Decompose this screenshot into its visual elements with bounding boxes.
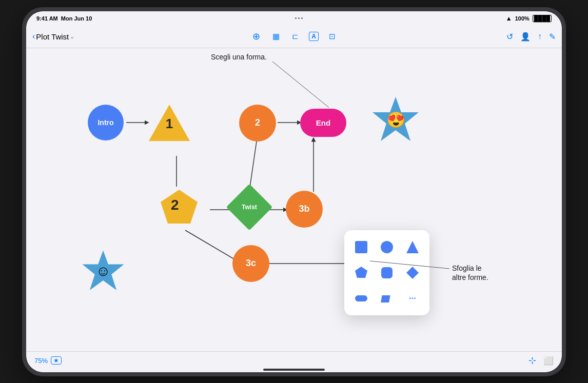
status-dots-center <box>295 17 303 19</box>
twist-label: Twist <box>242 204 257 211</box>
text-icon[interactable]: A <box>309 32 319 41</box>
stadium-shape <box>354 291 368 306</box>
ipad-frame: 9:41 AM Mon Jun 10 ▲ 100% ████ ‹ Plot Tw… <box>22 7 566 376</box>
arrange-icon[interactable]: ⊹ <box>528 355 536 366</box>
history-icon[interactable]: ↺ <box>506 32 513 42</box>
pentagon-shape <box>354 266 368 280</box>
zoom-area: 75% ★ <box>34 356 62 365</box>
view-icon[interactable]: ⬜ <box>543 356 554 366</box>
picker-diamond[interactable] <box>402 262 423 284</box>
more-icon: ··· <box>409 294 416 303</box>
zoom-level: 75% <box>34 357 48 365</box>
svg-marker-19 <box>406 267 419 279</box>
node-1-label: 1 <box>166 116 173 132</box>
picker-triangle[interactable] <box>402 236 423 258</box>
svg-marker-11 <box>161 190 198 224</box>
picker-stadium[interactable] <box>350 288 372 309</box>
star-2-emoji: ☺️ <box>96 263 111 279</box>
share-icon[interactable]: ↑ <box>538 32 542 41</box>
bottom-annotation: Sfoglia le altre forme. <box>452 264 488 274</box>
title-chevron-icon: ⌄ <box>70 33 74 40</box>
document-title[interactable]: Plot Twist ⌄ <box>36 32 74 41</box>
pentagon-svg <box>159 188 200 229</box>
bottom-right: ⊹ ⬜ <box>528 355 554 366</box>
svg-point-15 <box>381 241 393 253</box>
canvas-area[interactable]: Intro 1 2 2 Twist <box>26 48 562 351</box>
parallelogram-shape <box>380 291 394 306</box>
status-right: ▲ 100% ████ <box>506 15 552 22</box>
picker-pentagon[interactable] <box>350 262 372 284</box>
status-bar: 9:41 AM Mon Jun 10 ▲ 100% ████ <box>26 11 562 26</box>
svg-rect-20 <box>355 295 367 301</box>
svg-line-6 <box>249 138 257 191</box>
svg-marker-21 <box>381 295 390 303</box>
rounded-square-shape <box>380 266 394 280</box>
top-annotation-text: Scegli una forma. <box>211 52 267 63</box>
toolbar-center: ⊕ ▦ ⊏ A ⊡ <box>208 29 380 44</box>
svg-marker-17 <box>355 267 367 278</box>
picker-more[interactable]: ··· <box>402 288 423 309</box>
node-1[interactable]: 1 <box>148 104 191 142</box>
end-node[interactable]: End <box>300 109 346 137</box>
twist-node[interactable]: Twist <box>226 184 273 230</box>
status-left: 9:41 AM Mon Jun 10 <box>36 15 92 22</box>
home-bar <box>263 369 325 371</box>
diamond-shape <box>405 266 420 280</box>
status-date: Mon Jun 10 <box>61 15 92 22</box>
node-2[interactable]: 2 <box>159 188 200 231</box>
shape-picker-popup[interactable]: ··· <box>344 230 429 315</box>
battery-label: 100% <box>515 15 530 22</box>
collab-icon[interactable]: 👤 <box>520 32 531 42</box>
bottom-bar: 75% ★ ⊹ ⬜ <box>26 351 562 370</box>
toolbar: ‹ Plot Twist ⌄ ⊕ ▦ ⊏ A ⊡ ↺ 👤 ↑ ✎ <box>26 26 562 48</box>
add-shape-icon[interactable]: ⊕ <box>250 29 262 44</box>
svg-rect-18 <box>381 267 393 278</box>
picker-circle[interactable] <box>376 236 398 258</box>
wifi-icon: ▲ <box>506 15 512 22</box>
intro-node[interactable]: Intro <box>88 105 124 140</box>
node-3c[interactable]: 3c <box>232 245 269 282</box>
picker-parallelogram[interactable] <box>376 288 398 309</box>
picker-square[interactable] <box>350 236 372 258</box>
node-3a[interactable]: 2 <box>239 105 276 142</box>
star-node-2[interactable]: ☺️ <box>80 248 126 294</box>
star-1-emoji: 😍 <box>386 111 405 129</box>
triangle-shape <box>405 240 420 254</box>
zoom-badge-icon[interactable]: ★ <box>51 356 62 365</box>
star-node-1[interactable]: 😍 <box>370 94 421 146</box>
chart-icon[interactable]: ⊏ <box>290 30 301 43</box>
home-indicator <box>26 370 562 372</box>
node-3b[interactable]: 3b <box>286 191 323 228</box>
circle-shape <box>380 240 394 254</box>
toolbar-left: ‹ Plot Twist ⌄ <box>32 32 204 41</box>
node-2-label: 2 <box>171 197 179 213</box>
image-icon[interactable]: ⊡ <box>327 30 338 43</box>
square-shape <box>354 240 368 254</box>
table-icon[interactable]: ▦ <box>270 30 282 43</box>
bottom-annotation-line2: altre forme. <box>452 273 488 283</box>
edit-icon[interactable]: ✎ <box>549 32 556 42</box>
back-button[interactable]: ‹ Plot Twist ⌄ <box>32 32 74 41</box>
back-chevron-icon: ‹ <box>32 32 35 41</box>
svg-rect-14 <box>355 241 367 253</box>
screen: 9:41 AM Mon Jun 10 ▲ 100% ████ ‹ Plot Tw… <box>26 11 562 372</box>
bottom-annotation-line1: Sfoglia le <box>452 264 482 274</box>
battery-icon: ████ <box>533 15 552 22</box>
status-time: 9:41 AM <box>36 15 58 22</box>
toolbar-right: ↺ 👤 ↑ ✎ <box>384 32 556 42</box>
svg-marker-16 <box>406 241 419 253</box>
picker-rounded-square[interactable] <box>376 262 398 284</box>
